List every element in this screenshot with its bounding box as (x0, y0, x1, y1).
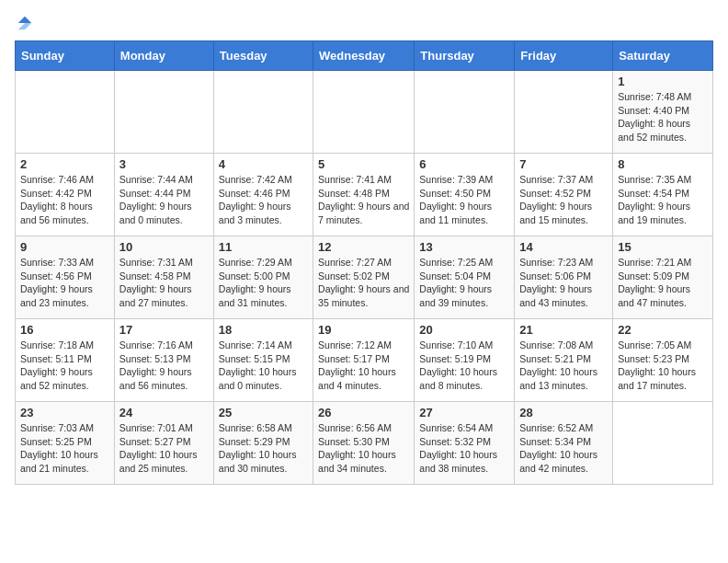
day-number: 3 (119, 157, 209, 171)
day-info: Sunrise: 7:12 AM Sunset: 5:17 PM Dayligh… (318, 339, 409, 393)
day-number: 8 (618, 157, 708, 171)
day-number: 15 (618, 240, 708, 254)
day-number: 17 (119, 323, 209, 337)
day-number: 13 (419, 240, 509, 254)
calendar-cell: 13Sunrise: 7:25 AM Sunset: 5:04 PM Dayli… (415, 236, 515, 319)
calendar-cell: 24Sunrise: 7:01 AM Sunset: 5:27 PM Dayli… (114, 402, 213, 485)
day-number: 9 (20, 240, 109, 254)
calendar-cell: 27Sunrise: 6:54 AM Sunset: 5:32 PM Dayli… (415, 402, 515, 485)
calendar-cell (213, 71, 313, 154)
day-number: 25 (219, 406, 308, 419)
day-info: Sunrise: 7:10 AM Sunset: 5:19 PM Dayligh… (419, 339, 509, 393)
weekday-header-friday: Friday (515, 41, 613, 71)
day-info: Sunrise: 7:18 AM Sunset: 5:11 PM Dayligh… (20, 339, 109, 393)
day-info: Sunrise: 7:39 AM Sunset: 4:50 PM Dayligh… (419, 173, 509, 227)
calendar-cell (114, 71, 213, 154)
weekday-header-saturday: Saturday (613, 41, 713, 71)
week-row-2: 2Sunrise: 7:46 AM Sunset: 4:42 PM Daylig… (16, 154, 713, 236)
weekday-header-monday: Monday (114, 41, 213, 71)
calendar-cell: 23Sunrise: 7:03 AM Sunset: 5:25 PM Dayli… (16, 402, 115, 485)
day-info: Sunrise: 7:27 AM Sunset: 5:02 PM Dayligh… (318, 256, 409, 310)
day-info: Sunrise: 6:52 AM Sunset: 5:34 PM Dayligh… (519, 421, 608, 476)
weekday-header-wednesday: Wednesday (313, 41, 415, 71)
calendar-cell: 14Sunrise: 7:23 AM Sunset: 5:06 PM Dayli… (515, 236, 613, 319)
day-number: 2 (20, 157, 109, 171)
calendar-cell: 10Sunrise: 7:31 AM Sunset: 4:58 PM Dayli… (114, 236, 213, 319)
header (15, 15, 713, 31)
day-info: Sunrise: 7:16 AM Sunset: 5:13 PM Dayligh… (119, 339, 209, 393)
calendar-cell: 15Sunrise: 7:21 AM Sunset: 5:09 PM Dayli… (613, 236, 713, 319)
calendar-cell: 28Sunrise: 6:52 AM Sunset: 5:34 PM Dayli… (515, 402, 613, 485)
day-info: Sunrise: 7:37 AM Sunset: 4:52 PM Dayligh… (519, 173, 608, 227)
day-info: Sunrise: 7:08 AM Sunset: 5:21 PM Dayligh… (519, 339, 608, 393)
calendar-cell: 16Sunrise: 7:18 AM Sunset: 5:11 PM Dayli… (16, 319, 115, 402)
calendar-cell: 9Sunrise: 7:33 AM Sunset: 4:56 PM Daylig… (16, 236, 115, 319)
day-info: Sunrise: 7:01 AM Sunset: 5:27 PM Dayligh… (119, 421, 209, 476)
calendar-cell: 1Sunrise: 7:48 AM Sunset: 4:40 PM Daylig… (613, 71, 713, 154)
day-info: Sunrise: 6:56 AM Sunset: 5:30 PM Dayligh… (318, 421, 409, 476)
day-info: Sunrise: 7:05 AM Sunset: 5:23 PM Dayligh… (618, 339, 708, 393)
day-number: 12 (318, 240, 409, 254)
calendar-cell: 8Sunrise: 7:35 AM Sunset: 4:54 PM Daylig… (613, 154, 713, 236)
week-row-5: 23Sunrise: 7:03 AM Sunset: 5:25 PM Dayli… (16, 402, 713, 485)
day-number: 4 (219, 157, 308, 171)
day-number: 24 (119, 406, 209, 419)
calendar-cell: 3Sunrise: 7:44 AM Sunset: 4:44 PM Daylig… (114, 154, 213, 236)
weekday-header-sunday: Sunday (16, 41, 115, 71)
weekday-header-thursday: Thursday (415, 41, 515, 71)
calendar-cell: 19Sunrise: 7:12 AM Sunset: 5:17 PM Dayli… (313, 319, 415, 402)
day-number: 23 (20, 406, 109, 419)
calendar-cell: 2Sunrise: 7:46 AM Sunset: 4:42 PM Daylig… (16, 154, 115, 236)
day-info: Sunrise: 7:42 AM Sunset: 4:46 PM Dayligh… (219, 173, 308, 227)
calendar-cell: 6Sunrise: 7:39 AM Sunset: 4:50 PM Daylig… (415, 154, 515, 236)
calendar-cell: 11Sunrise: 7:29 AM Sunset: 5:00 PM Dayli… (213, 236, 313, 319)
weekday-header-row: SundayMondayTuesdayWednesdayThursdayFrid… (16, 41, 713, 71)
calendar-cell: 20Sunrise: 7:10 AM Sunset: 5:19 PM Dayli… (415, 319, 515, 402)
day-number: 10 (119, 240, 209, 254)
day-number: 20 (419, 323, 509, 337)
day-number: 21 (519, 323, 608, 337)
svg-marker-1 (18, 23, 31, 29)
day-info: Sunrise: 7:25 AM Sunset: 5:04 PM Dayligh… (419, 256, 509, 310)
day-number: 22 (618, 323, 708, 337)
calendar: SundayMondayTuesdayWednesdayThursdayFrid… (15, 40, 713, 485)
calendar-cell (515, 71, 613, 154)
day-info: Sunrise: 6:54 AM Sunset: 5:32 PM Dayligh… (419, 421, 509, 476)
day-info: Sunrise: 7:03 AM Sunset: 5:25 PM Dayligh… (20, 421, 109, 476)
day-number: 14 (519, 240, 608, 254)
day-info: Sunrise: 7:46 AM Sunset: 4:42 PM Dayligh… (20, 173, 109, 227)
day-number: 1 (618, 75, 708, 88)
day-info: Sunrise: 7:23 AM Sunset: 5:06 PM Dayligh… (519, 256, 608, 310)
weekday-header-tuesday: Tuesday (213, 41, 313, 71)
day-number: 26 (318, 406, 409, 419)
calendar-cell: 26Sunrise: 6:56 AM Sunset: 5:30 PM Dayli… (313, 402, 415, 485)
day-number: 19 (318, 323, 409, 337)
day-info: Sunrise: 7:31 AM Sunset: 4:58 PM Dayligh… (119, 256, 209, 310)
calendar-cell: 18Sunrise: 7:14 AM Sunset: 5:15 PM Dayli… (213, 319, 313, 402)
day-info: Sunrise: 6:58 AM Sunset: 5:29 PM Dayligh… (219, 421, 308, 476)
day-number: 18 (219, 323, 308, 337)
calendar-cell: 5Sunrise: 7:41 AM Sunset: 4:48 PM Daylig… (313, 154, 415, 236)
day-info: Sunrise: 7:48 AM Sunset: 4:40 PM Dayligh… (618, 90, 708, 144)
day-number: 6 (419, 157, 509, 171)
calendar-cell (415, 71, 515, 154)
day-info: Sunrise: 7:21 AM Sunset: 5:09 PM Dayligh… (618, 256, 708, 310)
svg-marker-0 (18, 17, 31, 23)
calendar-cell: 21Sunrise: 7:08 AM Sunset: 5:21 PM Dayli… (515, 319, 613, 402)
day-info: Sunrise: 7:44 AM Sunset: 4:44 PM Dayligh… (119, 173, 209, 227)
day-info: Sunrise: 7:35 AM Sunset: 4:54 PM Dayligh… (618, 173, 708, 227)
calendar-cell: 25Sunrise: 6:58 AM Sunset: 5:29 PM Dayli… (213, 402, 313, 485)
logo (15, 15, 33, 31)
day-info: Sunrise: 7:33 AM Sunset: 4:56 PM Dayligh… (20, 256, 109, 310)
day-number: 27 (419, 406, 509, 419)
calendar-cell: 17Sunrise: 7:16 AM Sunset: 5:13 PM Dayli… (114, 319, 213, 402)
day-number: 5 (318, 157, 409, 171)
day-info: Sunrise: 7:41 AM Sunset: 4:48 PM Dayligh… (318, 173, 409, 227)
day-number: 16 (20, 323, 109, 337)
calendar-cell (613, 402, 713, 485)
week-row-4: 16Sunrise: 7:18 AM Sunset: 5:11 PM Dayli… (16, 319, 713, 402)
day-info: Sunrise: 7:29 AM Sunset: 5:00 PM Dayligh… (219, 256, 308, 310)
calendar-cell: 22Sunrise: 7:05 AM Sunset: 5:23 PM Dayli… (613, 319, 713, 402)
day-number: 11 (219, 240, 308, 254)
day-number: 28 (519, 406, 608, 419)
